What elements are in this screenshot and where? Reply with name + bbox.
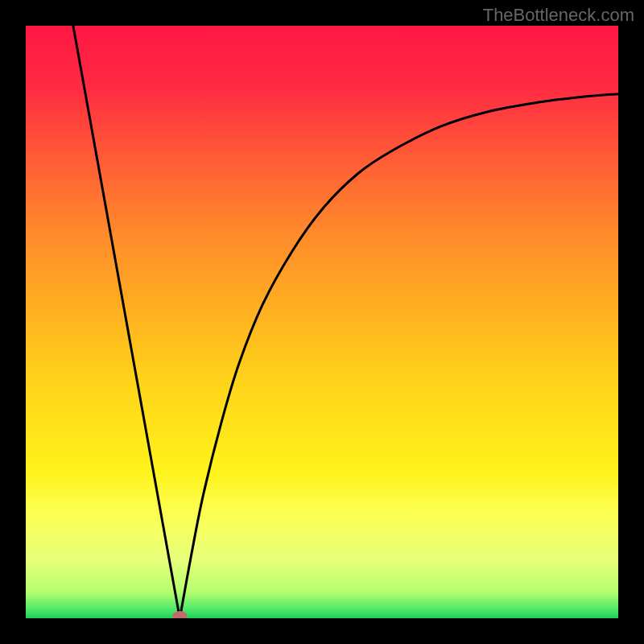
gradient-background [26, 26, 618, 618]
watermark-text: TheBottleneck.com [483, 5, 634, 26]
bottleneck-curve-chart [26, 26, 618, 618]
chart-frame [26, 26, 618, 618]
